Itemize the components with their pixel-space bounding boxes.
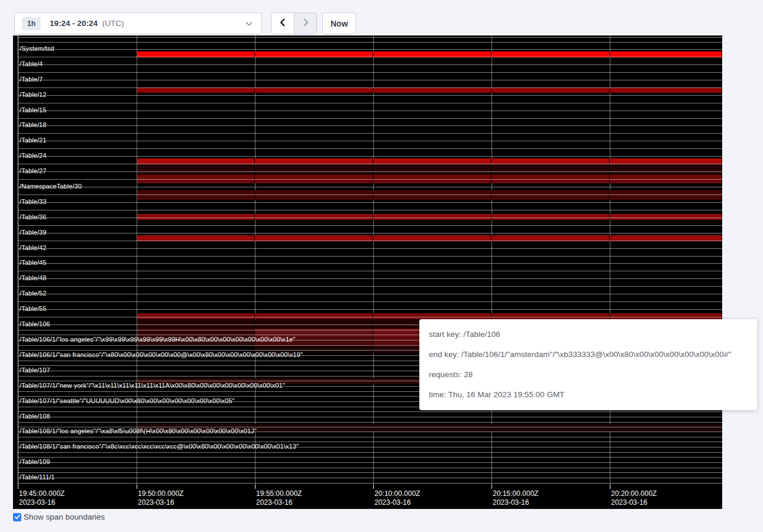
heat-band[interactable] [610, 214, 722, 220]
duration-badge: 1h [22, 17, 41, 30]
heat-band[interactable] [610, 190, 722, 200]
tooltip-time: time: Thu, 16 Mar 2023 19:55:00 GMT [429, 385, 748, 405]
span-boundary-line [18, 156, 722, 157]
row-label: /Table/108/1/"san francisco"/"\x8c\xcc\x… [20, 443, 299, 450]
heat-band[interactable] [373, 424, 491, 432]
x-axis-label: 20:10:00.000Z2023-03-16 [374, 489, 420, 507]
span-boundary-line [18, 218, 722, 218]
prev-time-button[interactable] [271, 13, 294, 34]
x-axis-tick [373, 485, 374, 489]
heat-band[interactable] [610, 313, 722, 320]
heat-band[interactable] [255, 313, 373, 320]
heat-band[interactable] [137, 87, 254, 93]
span-boundary-line [18, 317, 722, 317]
heat-band[interactable] [137, 214, 254, 220]
show-span-boundaries-label: Show span boundaries [24, 512, 105, 521]
x-axis-date: 2023-03-16 [611, 498, 657, 507]
span-boundary-line [18, 468, 722, 468]
heat-band[interactable] [373, 165, 491, 175]
time-range-select[interactable]: 1h 19:24 - 20:24 (UTC) [14, 12, 262, 34]
span-boundary-line [18, 64, 722, 65]
span-boundary-line [18, 256, 722, 257]
x-axis-time: 20:10:00.000Z [374, 489, 420, 498]
row-label: /Table/27 [20, 167, 47, 175]
heat-band[interactable] [373, 313, 491, 320]
span-boundary-line [18, 309, 722, 310]
span-boundary-line [18, 103, 722, 103]
heat-band[interactable] [373, 87, 491, 93]
heat-band[interactable] [492, 165, 609, 175]
time-range-label: 19:24 - 20:24 (UTC) [50, 19, 124, 28]
row-label: /Table/18 [20, 121, 47, 129]
x-axis-label: 20:20:00.000Z2023-03-16 [611, 489, 657, 507]
timezone-label: (UTC) [102, 19, 124, 28]
heat-band[interactable] [492, 214, 609, 220]
span-boundary-line [18, 72, 722, 73]
span-boundary-line [18, 437, 722, 437]
span-boundary-line [18, 57, 722, 57]
x-axis-label: 19:45:00.000Z2023-03-16 [19, 489, 64, 507]
span-boundary-line [18, 141, 722, 141]
next-time-button[interactable] [294, 13, 316, 34]
heat-band[interactable] [255, 424, 373, 432]
heat-band[interactable] [373, 190, 491, 200]
x-axis-label: 19:50:00.000Z2023-03-16 [138, 489, 183, 507]
show-span-boundaries-toggle[interactable]: Show span boundaries [13, 512, 105, 521]
key-visualizer-page: 1h 19:24 - 20:24 (UTC) Now /System/tsd/T… [0, 0, 763, 532]
heat-band[interactable] [492, 87, 609, 93]
x-axis-time: 20:15:00.000Z [493, 489, 538, 498]
show-span-boundaries-checkbox[interactable] [13, 513, 21, 521]
key-visualizer-heatmap[interactable]: /System/tsd/Table/4/Table/7/Table/12/Tab… [13, 35, 722, 509]
heat-band[interactable] [373, 214, 491, 220]
heat-band[interactable] [255, 214, 373, 220]
heat-band[interactable] [255, 165, 373, 175]
heat-band[interactable] [492, 313, 609, 320]
heat-band[interactable] [610, 87, 722, 93]
tooltip-requests: requests: 28 [429, 365, 748, 385]
cell-tooltip: start key: /Table/106 end key: /Table/10… [419, 319, 757, 410]
x-axis-date: 2023-03-16 [256, 498, 302, 507]
row-label: /Table/106 [20, 320, 50, 328]
x-axis-tick [255, 485, 256, 489]
row-label: /Table/45 [20, 259, 47, 267]
row-label: /Table/39 [20, 229, 47, 236]
row-label: /Table/107/1/"seattle"/"UUUUUUD\x00\x80\… [20, 397, 235, 405]
heat-band[interactable] [610, 424, 722, 432]
heat-band[interactable] [610, 165, 722, 175]
heat-band[interactable] [492, 190, 609, 200]
row-label: /Table/36 [20, 213, 47, 221]
span-boundary-line [18, 248, 722, 249]
heat-band[interactable] [492, 424, 609, 432]
span-boundary-line [18, 301, 722, 302]
now-button[interactable]: Now [322, 12, 356, 34]
row-label: /Table/21 [20, 137, 47, 144]
heat-band[interactable] [255, 87, 373, 93]
span-boundary-line [18, 417, 722, 417]
chevron-left-icon [277, 17, 288, 30]
x-axis-time: 19:55:00.000Z [256, 489, 302, 498]
span-boundary-line [18, 87, 722, 88]
span-boundary-line [18, 202, 722, 203]
span-boundary-line [18, 483, 722, 484]
row-label: /Table/106/1/"los angeles"/"\x99\x99\x99… [20, 336, 295, 343]
span-boundary-line [18, 133, 722, 134]
row-label: /Table/55 [20, 305, 47, 313]
span-boundary-line [18, 294, 722, 294]
row-label: /Table/15 [20, 106, 47, 114]
span-boundary-line [18, 187, 722, 187]
x-axis-tick [610, 485, 610, 489]
span-boundary-line [18, 263, 722, 264]
x-axis-tick [137, 485, 137, 489]
span-boundary-line [18, 452, 722, 453]
span-boundary-line [18, 80, 722, 80]
heat-band[interactable] [137, 190, 254, 200]
row-label: /Table/42 [20, 244, 47, 252]
heat-band[interactable] [255, 190, 373, 200]
span-boundary-line [18, 478, 722, 478]
x-axis-tick [492, 485, 492, 489]
heat-band[interactable] [137, 313, 254, 320]
x-axis-time: 19:50:00.000Z [138, 489, 183, 498]
row-label: /System/tsd [20, 45, 54, 53]
x-axis-tick [18, 485, 18, 489]
heat-band[interactable] [137, 165, 254, 175]
